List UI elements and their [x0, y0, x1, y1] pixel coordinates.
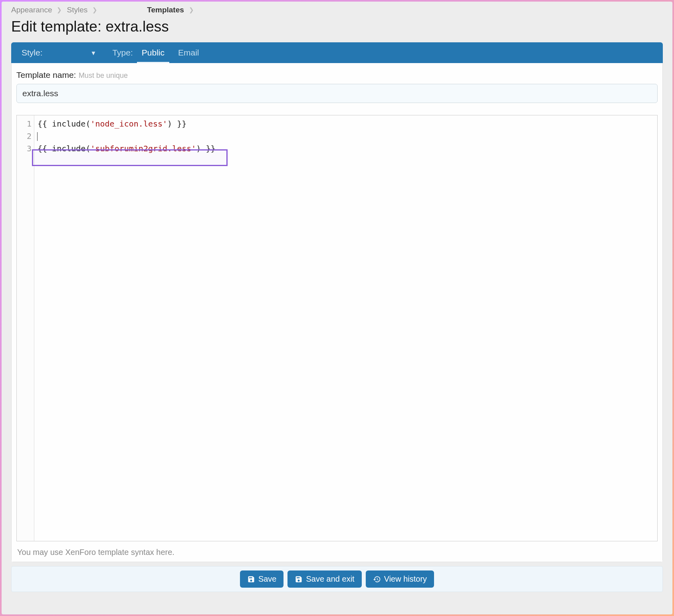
chevron-right-icon: ❯ — [189, 6, 194, 14]
save-exit-button[interactable]: Save and exit — [287, 570, 361, 588]
template-name-row: Template name: Must be unique — [16, 69, 658, 108]
code-text: ) }} — [167, 119, 186, 129]
chevron-right-icon: ❯ — [92, 6, 97, 14]
code-string: 'node_icon.less' — [90, 119, 167, 129]
save-icon — [247, 575, 255, 583]
line-number: 1 — [17, 118, 32, 130]
footer-actions: Save Save and exit View history — [11, 566, 663, 592]
breadcrumb-appearance[interactable]: Appearance — [11, 6, 52, 14]
view-history-button[interactable]: View history — [366, 570, 434, 588]
breadcrumb-templates[interactable]: Templates — [147, 6, 184, 14]
form-body: Template name: Must be unique 1 2 3 {{ i… — [11, 63, 663, 562]
save-exit-label: Save and exit — [306, 574, 354, 584]
type-label: Type: — [112, 48, 133, 57]
line-number: 2 — [17, 130, 32, 143]
history-label: View history — [384, 574, 427, 584]
text-cursor — [37, 132, 38, 141]
template-name-hint: Must be unique — [79, 71, 128, 79]
code-text: {{ include( — [38, 119, 90, 129]
style-label: Style: — [22, 48, 43, 57]
style-dropdown[interactable]: Style: ▼ — [18, 48, 100, 57]
code-text: ) }} — [196, 144, 215, 153]
admin-window: Appearance ❯ Styles ❯ Templates ❯ Edit t… — [2, 2, 672, 614]
template-name-label: Template name: — [16, 70, 76, 79]
line-number: 3 — [17, 143, 32, 155]
code-string: 'subforumin2grid.less' — [90, 144, 196, 153]
tab-bar: Style: ▼ Type: Public Email — [11, 42, 663, 63]
syntax-help-text: You may use XenForo template syntax here… — [16, 541, 658, 560]
line-gutter: 1 2 3 — [17, 115, 34, 541]
save-button[interactable]: Save — [240, 570, 284, 588]
caret-down-icon: ▼ — [91, 50, 97, 56]
code-content[interactable]: {{ include('node_icon.less') }} {{ inclu… — [34, 115, 657, 541]
chevron-right-icon: ❯ — [57, 6, 62, 14]
breadcrumb-styles[interactable]: Styles — [67, 6, 87, 14]
breadcrumb: Appearance ❯ Styles ❯ Templates ❯ — [2, 2, 672, 18]
tab-email[interactable]: Email — [173, 42, 204, 63]
code-text: {{ include( — [38, 144, 90, 153]
main-panel: Style: ▼ Type: Public Email Template nam… — [11, 42, 663, 562]
save-label: Save — [258, 574, 277, 584]
page-title: Edit template: extra.less — [2, 18, 672, 42]
code-editor[interactable]: 1 2 3 {{ include('node_icon.less') }} {{… — [16, 115, 658, 541]
save-icon — [295, 575, 303, 583]
template-name-input[interactable] — [16, 84, 658, 103]
history-icon — [373, 575, 381, 583]
tab-public[interactable]: Public — [137, 42, 169, 63]
